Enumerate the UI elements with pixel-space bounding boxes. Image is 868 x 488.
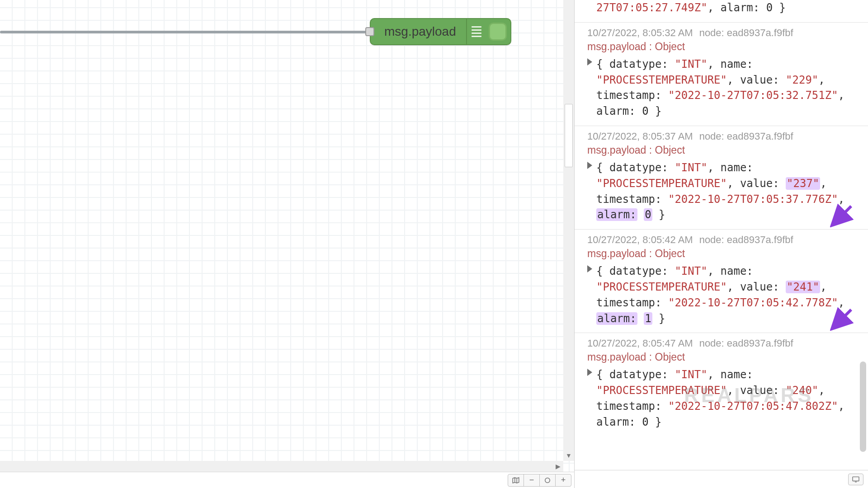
sidebar-scrollbar[interactable]	[859, 0, 867, 470]
expand-caret-icon[interactable]	[587, 369, 592, 376]
debug-timestamp: 10/27/2022, 8:05:37 AM	[587, 131, 693, 142]
canvas-horizontal-scrollbar[interactable]: ▶	[0, 461, 563, 472]
debug-path: msg.payload : Object	[587, 144, 856, 156]
flow-canvas[interactable]: msg.payload ▼ ▶ − +	[0, 0, 574, 488]
svg-point-0	[545, 478, 550, 483]
open-window-button[interactable]	[848, 474, 863, 485]
debug-message-partial[interactable]: 27T07:05:27.749Z", alarm: 0 }	[575, 0, 868, 22]
canvas-vertical-scrollbar[interactable]: ▼	[563, 0, 574, 461]
debug-path: msg.payload : Object	[587, 248, 856, 260]
debug-node-id[interactable]: node: ead8937a.f9fbf	[699, 234, 793, 245]
debug-node-id[interactable]: node: ead8937a.f9fbf	[699, 338, 793, 349]
debug-message[interactable]: 10/27/2022, 8:05:47 AMnode: ead8937a.f9f…	[575, 333, 868, 436]
node-label: msg.payload	[371, 24, 466, 39]
expand-caret-icon[interactable]	[587, 265, 592, 272]
scroll-right-icon[interactable]: ▶	[552, 461, 563, 472]
zoom-reset-button[interactable]	[539, 474, 556, 487]
scroll-down-icon[interactable]: ▼	[563, 450, 574, 461]
debug-message[interactable]: 10/27/2022, 8:05:37 AMnode: ead8937a.f9f…	[575, 126, 868, 229]
debug-object-body[interactable]: 27T07:05:27.749Z", alarm: 0 }	[587, 0, 856, 16]
monitor-icon	[852, 476, 860, 483]
debug-toggle-icon[interactable]	[466, 19, 486, 44]
debug-message-list[interactable]: 27T07:05:27.749Z", alarm: 0 }10/27/2022,…	[575, 0, 868, 470]
zoom-out-button[interactable]: −	[524, 474, 540, 487]
zoom-in-button[interactable]: +	[555, 474, 571, 487]
sidebar-footer	[575, 470, 868, 488]
debug-message-header: 10/27/2022, 8:05:37 AMnode: ead8937a.f9f…	[587, 131, 856, 142]
debug-timestamp: 10/27/2022, 8:05:47 AM	[587, 338, 693, 349]
debug-timestamp: 10/27/2022, 8:05:32 AM	[587, 27, 693, 38]
map-icon	[512, 476, 520, 484]
canvas-footer: − +	[0, 472, 574, 488]
scrollbar-thumb[interactable]	[565, 104, 573, 167]
debug-message-header: 10/27/2022, 8:05:42 AMnode: ead8937a.f9f…	[587, 234, 856, 246]
debug-object-body[interactable]: { datatype: "INT", name: "PROCESSTEMPERA…	[587, 263, 856, 326]
debug-object-body[interactable]: { datatype: "INT", name: "PROCESSTEMPERA…	[587, 367, 856, 430]
debug-sidebar: 27T07:05:27.749Z", alarm: 0 }10/27/2022,…	[574, 0, 868, 488]
debug-status-badge[interactable]	[489, 23, 507, 41]
expand-caret-icon[interactable]	[587, 162, 592, 169]
debug-node-id[interactable]: node: ead8937a.f9fbf	[699, 131, 793, 142]
expand-caret-icon[interactable]	[587, 58, 592, 66]
debug-node-id[interactable]: node: ead8937a.f9fbf	[699, 27, 793, 38]
debug-message[interactable]: 10/27/2022, 8:05:32 AMnode: ead8937a.f9f…	[575, 22, 868, 126]
debug-object-body[interactable]: { datatype: "INT", name: "PROCESSTEMPERA…	[587, 160, 856, 223]
debug-path: msg.payload : Object	[587, 41, 856, 53]
node-wire	[0, 31, 371, 33]
scrollbar-thumb[interactable]	[860, 361, 866, 452]
svg-rect-3	[853, 477, 859, 481]
debug-message[interactable]: 10/27/2022, 8:05:42 AMnode: ead8937a.f9f…	[575, 229, 868, 333]
debug-message-header: 10/27/2022, 8:05:32 AMnode: ead8937a.f9f…	[587, 27, 856, 39]
debug-timestamp: 10/27/2022, 8:05:42 AM	[587, 234, 693, 245]
debug-node[interactable]: msg.payload	[370, 18, 511, 45]
node-input-port[interactable]	[365, 27, 374, 36]
circle-icon	[543, 476, 552, 484]
debug-path: msg.payload : Object	[587, 351, 856, 363]
debug-message-header: 10/27/2022, 8:05:47 AMnode: ead8937a.f9f…	[587, 338, 856, 349]
navigator-button[interactable]	[508, 474, 524, 487]
debug-object-body[interactable]: { datatype: "INT", name: "PROCESSTEMPERA…	[587, 56, 856, 119]
